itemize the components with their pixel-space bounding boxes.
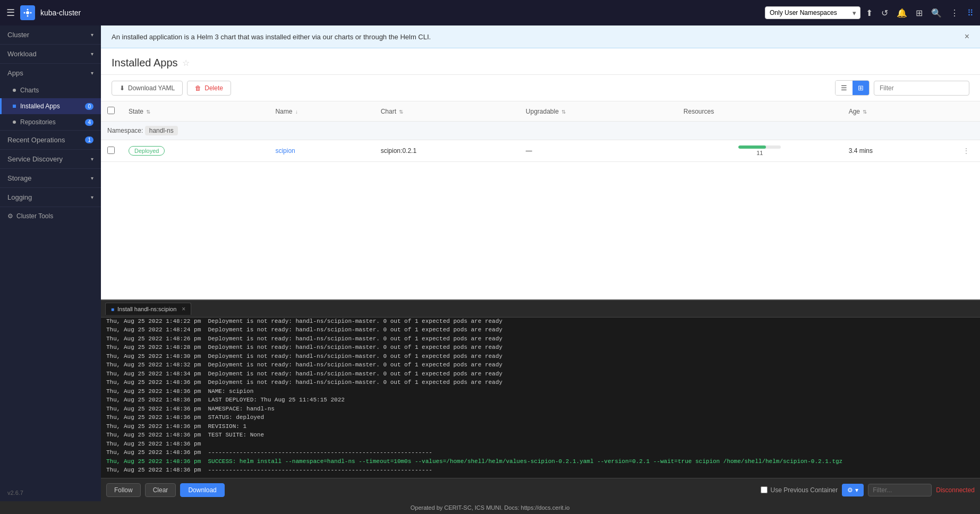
use-previous-container-wrapper: Use Previous Container [761, 486, 838, 494]
terminal-line: Thu, Aug 25 2022 1:48:36 pm NAME: scipio… [106, 387, 975, 396]
terminal-tab[interactable]: ■ Install handl-ns:scipion × [105, 303, 191, 315]
cluster-tools-item[interactable]: ⚙ Cluster Tools [0, 207, 101, 225]
sidebar-logging-label: Logging [7, 193, 32, 201]
version-label: v2.6.7 [7, 490, 23, 496]
topbar: ☰ kuba-cluster Only User Namespaces All … [0, 0, 980, 25]
upload-icon[interactable]: ⬆ [866, 8, 873, 18]
sidebar-repositories-label: Repositories [20, 118, 56, 126]
terminal-tab-close-button[interactable]: × [182, 305, 185, 313]
chevron-down-icon: ▾ [855, 486, 858, 494]
use-previous-container-checkbox[interactable] [761, 486, 768, 493]
gear-icon: ⚙ [847, 486, 853, 494]
terminal-line: Thu, Aug 25 2022 1:48:28 pm Deployment i… [106, 343, 975, 352]
status-bar: Operated by CERIT-SC, ICS MUNI. Docs: ht… [0, 501, 980, 514]
app-name-link[interactable]: scipion [275, 147, 295, 155]
sidebar-section-storage: Storage ▾ [0, 169, 101, 188]
col-age[interactable]: Age ⇅ [842, 101, 952, 122]
resource-bar-fill [738, 145, 766, 149]
col-state[interactable]: State ⇅ [122, 101, 269, 122]
sidebar-section-storage-header[interactable]: Storage ▾ [0, 169, 101, 187]
col-upgradable[interactable]: Upgradable ⇅ [519, 101, 677, 122]
sidebar-item-repositories[interactable]: Repositories 4 [0, 114, 101, 130]
terminal-line: Thu, Aug 25 2022 1:48:30 pm Deployment i… [106, 352, 975, 361]
sidebar-item-installed-apps[interactable]: Installed Apps 0 [0, 98, 101, 114]
delete-button[interactable]: 🗑 Delete [187, 81, 231, 96]
extensions-icon[interactable]: ⊞ [916, 8, 923, 18]
state-badge: Deployed [129, 146, 165, 156]
svg-point-1 [24, 12, 25, 14]
col-name[interactable]: Name ↓ [269, 101, 374, 122]
terminal-filter-input[interactable] [868, 484, 932, 496]
resource-count: 11 [756, 150, 763, 156]
chart-cell: scipion:0.2.1 [374, 140, 519, 162]
download-icon: ⬇ [120, 84, 125, 92]
favorite-star-icon[interactable]: ☆ [182, 58, 190, 68]
terminal-panel: ■ Install handl-ns:scipion × Thu, Aug 25… [101, 299, 980, 501]
terminal-line: Thu, Aug 25 2022 1:48:36 pm STATUS: depl… [106, 413, 975, 422]
clear-button[interactable]: Clear [145, 483, 176, 497]
grid-icon[interactable]: ⠿ [967, 8, 974, 18]
select-all-checkbox[interactable] [107, 107, 115, 114]
terminal-settings-button[interactable]: ⚙ ▾ [842, 484, 864, 496]
list-view-button[interactable]: ☰ [836, 81, 853, 95]
terminal-tab-icon: ■ [111, 306, 114, 312]
terminal-line: Thu, Aug 25 2022 1:48:36 pm TEST SUITE: … [106, 431, 975, 440]
download-button[interactable]: Download [180, 483, 224, 497]
search-icon[interactable]: 🔍 [931, 8, 942, 18]
download-yaml-button[interactable]: ⬇ Download YAML [112, 81, 183, 96]
more-options-icon[interactable]: ⋮ [950, 8, 959, 18]
sidebar-section-service-discovery-header[interactable]: Service Discovery ▾ [0, 150, 101, 168]
terminal-line: Thu, Aug 25 2022 1:48:24 pm Deployment i… [106, 325, 975, 335]
sidebar-section-logging-header[interactable]: Logging ▾ [0, 188, 101, 207]
sidebar-apps-label: Apps [7, 69, 23, 77]
recent-ops-badge: 1 [85, 136, 93, 143]
terminal-line: Thu, Aug 25 2022 1:48:22 pm Deployment i… [106, 318, 975, 325]
sidebar-section-apps-header[interactable]: Apps ▾ [0, 64, 101, 82]
terminal-body[interactable]: Thu, Aug 25 2022 1:48:00 pm Deployment i… [101, 318, 980, 478]
sidebar-section-workload: Workload ▾ [0, 45, 101, 64]
notifications-icon[interactable]: 🔔 [897, 8, 907, 18]
content-area: An installed application is a Helm 3 cha… [101, 25, 980, 501]
info-banner-close-button[interactable]: × [965, 32, 969, 41]
chevron-down-icon: ▾ [91, 51, 93, 57]
sidebar-workload-label: Workload [7, 50, 37, 58]
grid-view-button[interactable]: ⊞ [853, 81, 869, 95]
terminal-line: Thu, Aug 25 2022 1:48:36 pm SUCCESS: hel… [106, 457, 975, 466]
namespace-badge: handl-ns [145, 126, 178, 135]
follow-button[interactable]: Follow [106, 483, 141, 497]
age-cell: 3.4 mins [842, 140, 952, 162]
terminal-line: Thu, Aug 25 2022 1:48:36 pm REVISION: 1 [106, 422, 975, 431]
menu-icon[interactable]: ☰ [6, 7, 15, 19]
sidebar-section-recent-ops-header[interactable]: Recent Operations 1 [0, 131, 101, 149]
namespace-select[interactable]: Only User Namespaces All Namespaces [765, 6, 860, 19]
row-menu-button[interactable]: ⋮ [959, 145, 974, 157]
gear-icon: ⚙ [7, 212, 13, 220]
col-chart[interactable]: Chart ⇅ [374, 101, 519, 122]
dot-icon [13, 121, 16, 124]
refresh-icon[interactable]: ↺ [881, 8, 888, 18]
cluster-tools-label: Cluster Tools [16, 212, 53, 220]
table-row: Deployed scipion scipion:0.2.1 — 11 [101, 140, 980, 162]
sidebar-charts-label: Charts [20, 87, 39, 94]
chevron-down-icon: ▾ [91, 70, 93, 76]
status-bar-text: Operated by CERIT-SC, ICS MUNI. Docs: ht… [411, 504, 570, 511]
sidebar-section-cluster-header[interactable]: Cluster ▾ [0, 25, 101, 44]
svg-point-2 [30, 12, 32, 14]
sidebar-section-cluster: Cluster ▾ [0, 25, 101, 45]
terminal-line: Thu, Aug 25 2022 1:48:32 pm Deployment i… [106, 361, 975, 370]
svg-point-3 [27, 9, 29, 11]
main-layout: Cluster ▾ Workload ▾ Apps ▾ Charts Insta… [0, 25, 980, 501]
page-content: Installed Apps ☆ ⬇ Download YAML 🗑 Delet… [101, 48, 980, 299]
cluster-name: kuba-cluster [40, 8, 81, 17]
installed-apps-badge: 0 [85, 103, 93, 110]
use-previous-container-label: Use Previous Container [771, 486, 838, 494]
terminal-line: Thu, Aug 25 2022 1:48:34 pm Deployment i… [106, 370, 975, 379]
terminal-line: Thu, Aug 25 2022 1:48:26 pm Deployment i… [106, 335, 975, 344]
filter-input[interactable] [874, 81, 969, 96]
sidebar-item-charts[interactable]: Charts [0, 82, 101, 98]
terminal-tab-label: Install handl-ns:scipion [117, 306, 176, 312]
row-checkbox[interactable] [107, 147, 115, 154]
repositories-badge: 4 [85, 119, 93, 126]
namespace-selector[interactable]: Only User Namespaces All Namespaces [765, 6, 860, 19]
sidebar-section-workload-header[interactable]: Workload ▾ [0, 45, 101, 63]
